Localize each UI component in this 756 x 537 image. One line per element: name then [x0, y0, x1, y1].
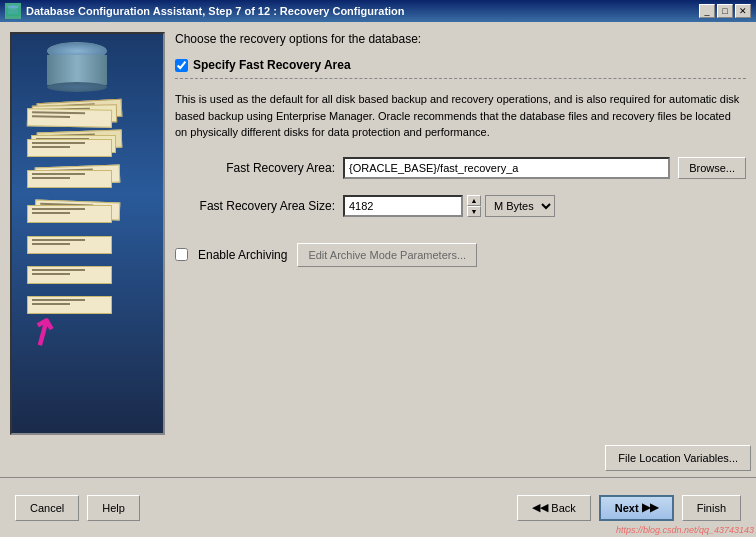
instruction-text: Choose the recovery options for the data…: [175, 32, 746, 46]
back-arrow-icon: ◀◀: [532, 501, 548, 514]
spinner-up-button[interactable]: ▲: [467, 195, 481, 206]
next-label: Next: [615, 502, 639, 514]
bottom-left-buttons: Cancel Help: [15, 495, 140, 521]
size-input-group: ▲ ▼ M Bytes G Bytes: [343, 195, 555, 217]
app-icon: [5, 3, 21, 19]
fast-recovery-area-row: Fast Recovery Area: Browse...: [175, 157, 746, 179]
unit-select[interactable]: M Bytes G Bytes: [485, 195, 555, 217]
title-bar-buttons[interactable]: _ □ ✕: [699, 4, 751, 18]
left-illustration-panel: ↗: [10, 32, 165, 435]
back-label: Back: [551, 502, 575, 514]
enable-archiving-label[interactable]: Enable Archiving: [198, 248, 287, 262]
fast-recovery-size-row: Fast Recovery Area Size: ▲ ▼ M Bytes G B…: [175, 195, 746, 217]
database-icon: [47, 42, 107, 92]
title-bar: Database Configuration Assistant, Step 7…: [0, 0, 756, 22]
right-panel: Choose the recovery options for the data…: [175, 32, 746, 435]
bottom-right-buttons: ◀◀ Back Next ▶▶ Finish: [517, 495, 741, 521]
title-bar-left: Database Configuration Assistant, Step 7…: [5, 3, 405, 19]
fast-recovery-checkbox[interactable]: [175, 59, 188, 72]
main-window: ↗ Choose the recovery options for the da…: [0, 22, 756, 537]
file-location-variables-button[interactable]: File Location Variables...: [605, 445, 751, 471]
fast-recovery-checkbox-row: Specify Fast Recovery Area: [175, 58, 746, 72]
next-arrow-icon: ▶▶: [642, 501, 658, 514]
close-button[interactable]: ✕: [735, 4, 751, 18]
spinner-controls[interactable]: ▲ ▼: [467, 195, 481, 217]
fast-recovery-label[interactable]: Specify Fast Recovery Area: [193, 58, 351, 72]
content-area: ↗ Choose the recovery options for the da…: [0, 22, 756, 445]
description-text: This is used as the default for all disk…: [175, 91, 746, 141]
fast-recovery-area-label: Fast Recovery Area:: [175, 161, 335, 175]
back-button[interactable]: ◀◀ Back: [517, 495, 590, 521]
fast-recovery-size-label: Fast Recovery Area Size:: [175, 199, 335, 213]
next-button[interactable]: Next ▶▶: [599, 495, 674, 521]
fast-recovery-size-input[interactable]: [343, 195, 463, 217]
edit-archive-params-button[interactable]: Edit Archive Mode Parameters...: [297, 243, 477, 267]
fast-recovery-section: Specify Fast Recovery Area: [175, 58, 746, 79]
title-bar-text: Database Configuration Assistant, Step 7…: [26, 5, 405, 17]
arrow-icon: ↗: [19, 306, 66, 357]
file-location-area: File Location Variables...: [0, 445, 756, 471]
spinner-down-button[interactable]: ▼: [467, 206, 481, 217]
minimize-button[interactable]: _: [699, 4, 715, 18]
svg-point-1: [7, 5, 19, 9]
cancel-button[interactable]: Cancel: [15, 495, 79, 521]
enable-archiving-checkbox[interactable]: [175, 248, 188, 261]
archiving-row: Enable Archiving Edit Archive Mode Param…: [175, 243, 746, 267]
browse-button[interactable]: Browse...: [678, 157, 746, 179]
illustration: ↗: [12, 34, 163, 433]
fast-recovery-area-input[interactable]: [343, 157, 670, 179]
maximize-button[interactable]: □: [717, 4, 733, 18]
watermark: https://blog.csdn.net/qq_43743143: [616, 525, 754, 535]
help-button[interactable]: Help: [87, 495, 140, 521]
finish-button[interactable]: Finish: [682, 495, 741, 521]
